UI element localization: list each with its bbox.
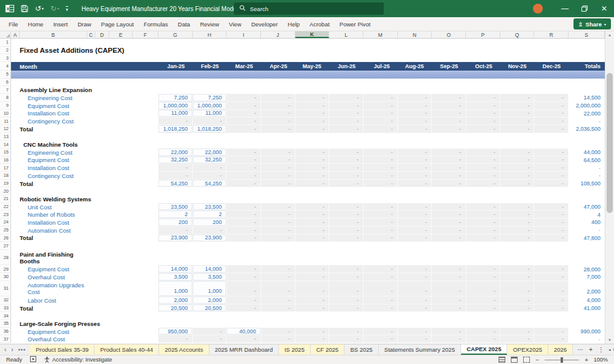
row-number-6[interactable]: 6: [0, 79, 11, 87]
cell-k36[interactable]: -: [295, 328, 330, 336]
row-number-29[interactable]: 29: [0, 265, 11, 273]
cell-j3[interactable]: [261, 54, 295, 62]
cell-p29[interactable]: -: [466, 265, 500, 273]
cell-i16[interactable]: -: [227, 157, 261, 165]
column-header-i[interactable]: I: [227, 31, 261, 38]
cell-r26[interactable]: -: [534, 234, 569, 242]
cell-h29[interactable]: 14,000: [193, 265, 227, 273]
cell-m30[interactable]: -: [363, 273, 398, 281]
row-number-32[interactable]: 32: [0, 296, 11, 304]
cell-k28[interactable]: [295, 250, 330, 265]
cell-k31[interactable]: -: [295, 281, 330, 296]
cell-h11[interactable]: -: [193, 117, 227, 125]
cell-k32[interactable]: -: [295, 296, 330, 304]
accessibility-checker[interactable]: Accessibility: Investigate: [44, 357, 112, 363]
cell-m3[interactable]: [363, 54, 398, 62]
cell-i22[interactable]: -: [227, 203, 261, 211]
cell-o24[interactable]: -: [432, 219, 466, 227]
column-header-q[interactable]: Q: [500, 31, 535, 38]
row-number-21[interactable]: 21: [0, 195, 11, 203]
cell-l12[interactable]: -: [329, 125, 363, 133]
cell-o16[interactable]: -: [432, 157, 466, 165]
cell-s37[interactable]: -: [569, 335, 605, 343]
cell-n35[interactable]: [398, 320, 432, 328]
cell-m15[interactable]: -: [363, 149, 398, 157]
cell-m21[interactable]: [363, 195, 398, 203]
cell-h25[interactable]: -: [193, 227, 227, 234]
cell-p24[interactable]: -: [466, 219, 500, 227]
scroll-left-icon[interactable]: ◂: [608, 347, 611, 352]
cell-k25[interactable]: -: [295, 227, 330, 234]
cell-p37[interactable]: -: [466, 335, 500, 343]
cell-k26[interactable]: -: [295, 234, 330, 242]
cell-s8[interactable]: 14,500: [569, 94, 605, 102]
cell-n11[interactable]: -: [398, 117, 432, 125]
cell-h19[interactable]: 54,250: [193, 180, 227, 188]
cell-g31[interactable]: 1,000: [158, 281, 193, 296]
cell-i5[interactable]: [227, 71, 261, 79]
macro-record-icon[interactable]: [30, 356, 36, 363]
cell-h13[interactable]: [193, 133, 227, 141]
cell-i24[interactable]: -: [227, 219, 261, 227]
cell-r25[interactable]: -: [534, 227, 569, 234]
column-header-h[interactable]: H: [193, 31, 227, 38]
row-number-34[interactable]: 34: [0, 312, 11, 320]
cell-n7[interactable]: [398, 86, 432, 94]
cell-j31[interactable]: -: [261, 281, 295, 296]
cell-n13[interactable]: [398, 133, 432, 141]
cell-p3[interactable]: [466, 54, 500, 62]
account-avatar[interactable]: [533, 4, 543, 14]
row-number-15[interactable]: 15: [0, 149, 11, 157]
cell-i15[interactable]: -: [227, 149, 261, 157]
cell-q33[interactable]: -: [500, 304, 535, 312]
cell-o32[interactable]: -: [432, 296, 466, 304]
cell-q34[interactable]: [500, 312, 535, 320]
cell-k3[interactable]: [295, 54, 330, 62]
cell-p8[interactable]: -: [466, 94, 500, 102]
cell-j11[interactable]: -: [261, 117, 295, 125]
row-number-16[interactable]: 16: [0, 157, 11, 165]
cell-s24[interactable]: 400: [569, 219, 605, 227]
cell-l32[interactable]: -: [329, 296, 363, 304]
cell-n25[interactable]: -: [398, 227, 432, 234]
cell-l13[interactable]: [329, 133, 363, 141]
cell-j15[interactable]: -: [261, 149, 295, 157]
cell-r16[interactable]: -: [534, 157, 569, 165]
cell-p19[interactable]: -: [466, 180, 500, 188]
ribbon-tab-page-layout[interactable]: Page Layout: [96, 17, 139, 31]
column-header-s[interactable]: S: [569, 31, 605, 38]
cell-r19[interactable]: -: [534, 180, 569, 188]
cell-r28[interactable]: [534, 250, 569, 265]
cell-n1[interactable]: [398, 39, 432, 47]
cell-l1[interactable]: [329, 39, 363, 47]
cell-i17[interactable]: -: [227, 164, 261, 172]
cell-o3[interactable]: [432, 54, 466, 62]
cell-q23[interactable]: -: [500, 211, 535, 219]
cell-l31[interactable]: -: [329, 281, 363, 296]
cell-o12[interactable]: -: [432, 125, 466, 133]
cell-q25[interactable]: -: [500, 227, 535, 234]
sheet-tab-product-sales-40-44[interactable]: Product Sales 40-44: [95, 344, 159, 355]
cell-m12[interactable]: -: [363, 125, 398, 133]
cell-n29[interactable]: -: [398, 265, 432, 273]
cell-i26[interactable]: -: [227, 234, 261, 242]
cell-q18[interactable]: -: [500, 172, 535, 180]
ribbon-tab-data[interactable]: Data: [173, 17, 195, 31]
cell-i32[interactable]: -: [227, 296, 261, 304]
cell-p34[interactable]: [466, 312, 500, 320]
cell-l19[interactable]: -: [329, 180, 363, 188]
column-header-j[interactable]: J: [261, 31, 295, 38]
cell-r35[interactable]: [534, 320, 569, 328]
cell-n14[interactable]: [398, 141, 432, 149]
cell-s28[interactable]: [569, 250, 605, 265]
cell-j1[interactable]: [261, 39, 295, 47]
cell-j27[interactable]: [261, 242, 295, 250]
cell-k8[interactable]: -: [295, 94, 330, 102]
cell-j29[interactable]: -: [261, 265, 295, 273]
cell-l27[interactable]: [329, 242, 363, 250]
cell-g22[interactable]: 23,500: [158, 203, 193, 211]
row-number-12[interactable]: 12: [0, 125, 11, 133]
cell-s13[interactable]: [569, 133, 605, 141]
cell-i1[interactable]: [227, 39, 261, 47]
cell-g16[interactable]: 32,250: [158, 157, 193, 165]
